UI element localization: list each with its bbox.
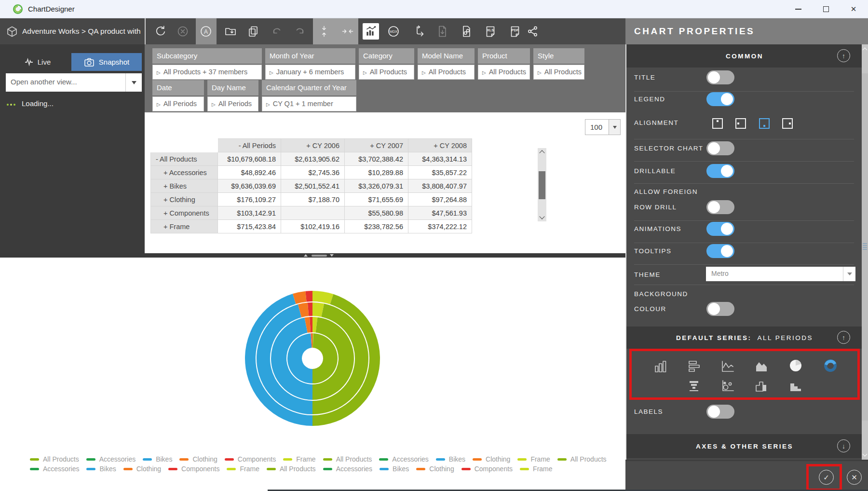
snapshot-button[interactable]: Snapshot bbox=[71, 53, 142, 71]
funnel-chart-type-button[interactable] bbox=[684, 378, 704, 394]
legend-item[interactable]: Frame bbox=[520, 465, 552, 473]
filter-chip-value[interactable]: ▷CY Q1 + 1 member bbox=[262, 96, 356, 111]
auto-axis-icon[interactable]: A bbox=[200, 25, 212, 38]
minimize-button[interactable] bbox=[787, 0, 809, 18]
legend-item[interactable]: Accessories bbox=[379, 455, 428, 463]
filter-chip-value[interactable]: ▷All Products bbox=[478, 65, 530, 80]
filter-chip[interactable]: Subcategory▷All Products + 37 members bbox=[152, 48, 262, 80]
splitter-up-icon[interactable] bbox=[304, 254, 308, 257]
filter-chip-value[interactable]: ▷All Products + 37 members bbox=[152, 65, 262, 80]
legend-item[interactable]: Bikes bbox=[436, 455, 465, 463]
row-limit-arrow[interactable] bbox=[609, 120, 620, 135]
table-column-header[interactable]: + CY 2008 bbox=[408, 138, 472, 152]
filter-chip-label[interactable]: Subcategory bbox=[152, 48, 262, 64]
collapse-columns-icon[interactable] bbox=[341, 25, 354, 38]
filter-chip-value[interactable]: ▷All Products bbox=[418, 65, 475, 80]
legend-item[interactable]: Components bbox=[168, 465, 219, 473]
filter-chip-label[interactable]: Product bbox=[478, 48, 530, 64]
align-bottom-button[interactable] bbox=[759, 118, 770, 129]
section-default-series[interactable]: DEFAULT SERIES: ALL PERIODS ↑ bbox=[626, 327, 863, 349]
theme-dropdown[interactable]: Metro bbox=[706, 267, 855, 281]
undo-icon[interactable] bbox=[271, 25, 283, 38]
export-xls-icon[interactable]: XLS bbox=[484, 25, 497, 38]
apply-button[interactable]: ✓ bbox=[819, 470, 834, 485]
legend-item[interactable]: Accessories bbox=[30, 465, 79, 473]
filter-chip-value[interactable]: ▷All Periods bbox=[207, 96, 258, 111]
filter-chip-value[interactable]: ▷All Products bbox=[533, 65, 584, 80]
filter-chip-value[interactable]: ▷All Periods bbox=[152, 96, 204, 111]
filter-chip-label[interactable]: Style bbox=[533, 48, 584, 64]
table-column-header[interactable]: - All Periods bbox=[218, 138, 281, 152]
table-row-header[interactable]: - All Products bbox=[150, 152, 218, 166]
background-colour-toggle[interactable] bbox=[706, 302, 734, 316]
filter-chip[interactable]: Date▷All Periods bbox=[152, 80, 204, 111]
tooltips-toggle[interactable] bbox=[706, 244, 734, 258]
filter-chip[interactable]: Calendar Quarter of Year▷CY Q1 + 1 membe… bbox=[262, 80, 356, 111]
donut-chart[interactable] bbox=[240, 286, 385, 431]
legend-item[interactable]: Bikes bbox=[86, 465, 116, 473]
area-chart-type-button[interactable] bbox=[752, 359, 771, 374]
collapse-default-series-button[interactable]: ↑ bbox=[837, 331, 850, 344]
filter-chip-value[interactable]: ▷All Products bbox=[359, 65, 414, 80]
filter-chip[interactable]: Day Name▷All Periods bbox=[207, 80, 258, 111]
legend-item[interactable]: Components bbox=[461, 465, 513, 473]
scroll-down-icon[interactable] bbox=[539, 214, 544, 219]
step-chart-type-button[interactable] bbox=[752, 378, 771, 394]
scroll-up-icon[interactable] bbox=[539, 150, 544, 155]
donut-segment-frame[interactable] bbox=[312, 291, 333, 304]
legend-item[interactable]: Frame bbox=[283, 455, 315, 463]
table-row-header[interactable]: + Clothing bbox=[150, 193, 218, 206]
copy-icon[interactable] bbox=[247, 25, 259, 38]
filter-chip[interactable]: Model Name▷All Products bbox=[418, 48, 475, 80]
theme-dropdown-arrow[interactable] bbox=[843, 267, 855, 281]
legend-toggle[interactable] bbox=[706, 92, 734, 106]
table-scrollbar[interactable] bbox=[538, 148, 546, 221]
legend-item[interactable]: All Products bbox=[30, 455, 79, 463]
title-toggle[interactable] bbox=[706, 70, 734, 84]
branch-arrow-icon[interactable] bbox=[413, 25, 426, 38]
expand-axes-button[interactable]: ↓ bbox=[837, 439, 850, 452]
splitter-down-icon[interactable] bbox=[330, 254, 334, 257]
splitter-handle[interactable] bbox=[312, 255, 327, 257]
filter-chip[interactable]: Style▷All Products bbox=[533, 48, 584, 80]
donut-segment-components[interactable] bbox=[305, 291, 312, 302]
align-left-button[interactable] bbox=[735, 118, 746, 129]
row-limit-dropdown[interactable]: 100 bbox=[585, 119, 621, 135]
filter-chip[interactable]: Month of Year▷January + 6 members bbox=[265, 48, 355, 80]
maximize-button[interactable] bbox=[815, 0, 837, 18]
section-common[interactable]: COMMON ↑ bbox=[626, 44, 863, 68]
legend-item[interactable]: Accessories bbox=[323, 465, 372, 473]
panel-scrollbar[interactable] bbox=[862, 44, 868, 460]
refresh-icon[interactable] bbox=[154, 25, 166, 38]
legend-item[interactable]: Clothing bbox=[123, 465, 161, 473]
filter-chip-label[interactable]: Date bbox=[152, 80, 204, 95]
view-selector-arrow[interactable] bbox=[125, 73, 142, 92]
selector-chart-toggle[interactable] bbox=[706, 141, 734, 155]
legend-item[interactable]: Bikes bbox=[143, 455, 172, 463]
table-column-header[interactable]: + CY 2006 bbox=[281, 138, 345, 152]
open-view-icon[interactable] bbox=[224, 25, 237, 38]
pie-chart-type-button[interactable] bbox=[786, 358, 805, 373]
align-right-button[interactable] bbox=[782, 118, 793, 129]
donut-chart-type-button-selected[interactable] bbox=[821, 358, 840, 373]
table-row-header[interactable]: + Accessories bbox=[150, 166, 218, 179]
download-document-icon[interactable] bbox=[436, 25, 448, 38]
bar-chart-type-button[interactable] bbox=[684, 359, 704, 374]
legend-item[interactable]: Clothing bbox=[179, 455, 217, 463]
panel-scroll-down-icon[interactable] bbox=[863, 452, 868, 457]
close-button[interactable]: ✕ bbox=[842, 0, 865, 18]
legend-item[interactable]: Frame bbox=[227, 465, 259, 473]
cancel-icon[interactable] bbox=[176, 25, 189, 38]
drillable-toggle[interactable] bbox=[706, 164, 734, 178]
legend-item[interactable]: Clothing bbox=[473, 455, 510, 463]
table-row-header[interactable]: + Components bbox=[150, 206, 218, 220]
legend-item[interactable]: All Products bbox=[323, 455, 372, 463]
chart-view-icon[interactable] bbox=[365, 25, 377, 38]
redo-icon[interactable] bbox=[294, 25, 306, 38]
panel-scroll-up-icon[interactable] bbox=[863, 48, 868, 53]
table-column-header[interactable]: + CY 2007 bbox=[345, 138, 408, 152]
table-row-header[interactable]: + Bikes bbox=[150, 179, 218, 193]
collapse-rows-icon[interactable] bbox=[318, 25, 330, 38]
step-area-chart-type-button[interactable] bbox=[786, 378, 805, 394]
mdx-icon[interactable]: MDX bbox=[387, 25, 400, 38]
